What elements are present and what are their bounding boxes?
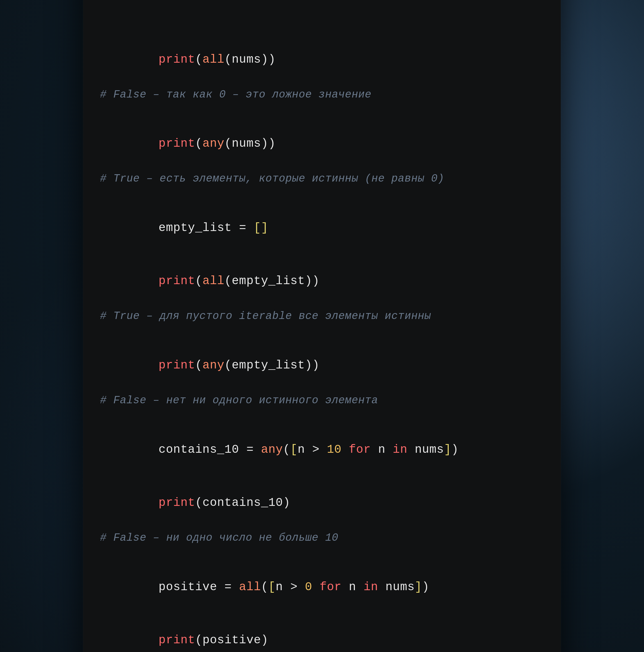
comment-line: # False – ни одно число не больше 10 bbox=[100, 529, 544, 547]
comment-line: # True – есть элементы, которые истинны … bbox=[100, 170, 544, 187]
code-block-6: contains_10 = any([n > 10 for n in nums]… bbox=[100, 423, 544, 547]
code-line: print(any(empty_list)) bbox=[100, 339, 544, 392]
code-line: empty_list = [] bbox=[100, 201, 544, 254]
code-line: nums = [1, 2, 0, 4, 5] bbox=[100, 0, 544, 19]
code-line: print(positive) bbox=[100, 614, 544, 652]
comment-line: # False – так как 0 – это ложное значени… bbox=[100, 86, 544, 103]
code-block-5: print(any(empty_list)) # False – нет ни … bbox=[100, 339, 544, 409]
code-window: nums = [1, 2, 0, 4, 5] print(all(nums)) … bbox=[83, 0, 561, 652]
code-line: print(any(nums)) bbox=[100, 117, 544, 170]
code-block-4: empty_list = [] print(all(empty_list)) #… bbox=[100, 201, 544, 325]
comment-line: # False – нет ни одного истинного элемен… bbox=[100, 392, 544, 409]
code-block-3: print(any(nums)) # True – есть элементы,… bbox=[100, 117, 544, 187]
code-block-7: positive = all([n > 0 for n in nums]) pr… bbox=[100, 561, 544, 652]
code-line: positive = all([n > 0 for n in nums]) bbox=[100, 561, 544, 614]
code-line: print(all(nums)) bbox=[100, 33, 544, 86]
code-line: print(all(empty_list)) bbox=[100, 254, 544, 308]
comment-line: # True – для пустого iterable все элемен… bbox=[100, 308, 544, 325]
code-block-1: nums = [1, 2, 0, 4, 5] bbox=[100, 0, 544, 19]
code-block-2: print(all(nums)) # False – так как 0 – э… bbox=[100, 33, 544, 103]
code-area: nums = [1, 2, 0, 4, 5] print(all(nums)) … bbox=[83, 0, 561, 652]
code-line: print(contains_10) bbox=[100, 477, 544, 529]
code-line: contains_10 = any([n > 10 for n in nums]… bbox=[100, 423, 544, 477]
